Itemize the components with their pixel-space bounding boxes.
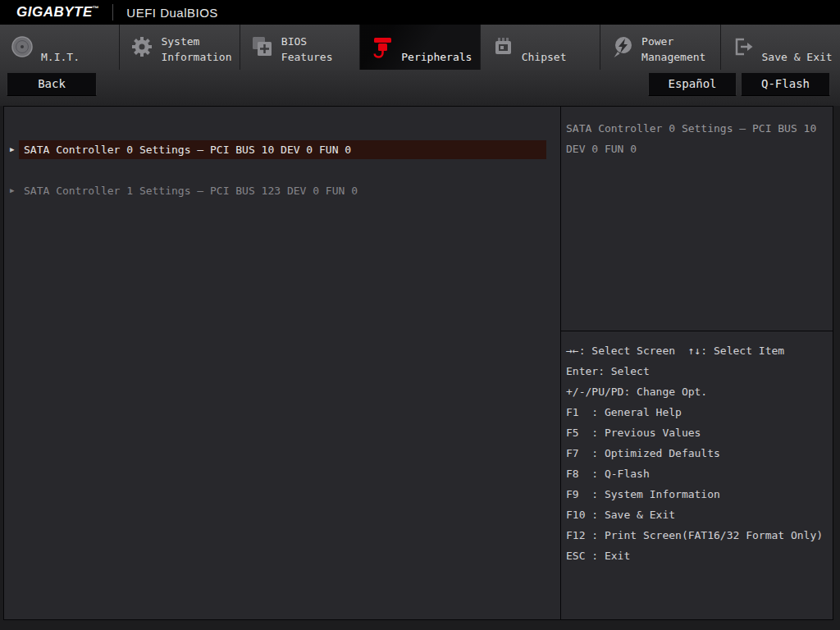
tab-mit[interactable]: M.I.T. <box>0 25 120 70</box>
gear-icon <box>130 34 154 59</box>
tab-label: Power Management <box>641 34 717 65</box>
list-item-sata-controller-0[interactable]: ▶ SATA Controller 0 Settings – PCI BUS 1… <box>4 140 560 159</box>
language-button[interactable]: Español <box>648 72 737 96</box>
shortcut-line: +/-/PU/PD: Change Opt. <box>561 381 833 402</box>
mit-dial-icon <box>10 34 34 59</box>
list-item-label: SATA Controller 0 Settings – PCI BUS 10 … <box>19 140 546 159</box>
product-title: UEFI DualBIOS <box>126 6 218 20</box>
bios-chips-icon <box>250 34 275 59</box>
tab-system-information[interactable]: System Information <box>120 25 240 70</box>
expand-arrow-icon: ▶ <box>10 181 14 200</box>
shortcut-line: Enter: Select <box>561 361 833 381</box>
tab-label: System Information <box>161 34 236 65</box>
toolbar: Back Español Q-Flash <box>0 70 840 106</box>
header-divider <box>112 4 113 21</box>
item-description: SATA Controller 0 Settings – PCI BUS 10 … <box>566 118 829 159</box>
tab-bios-features[interactable]: BIOS Features <box>240 25 360 70</box>
back-button[interactable]: Back <box>7 72 97 96</box>
shortcut-line: F5 : Previous Values <box>561 422 833 443</box>
power-bolt-icon <box>610 34 635 59</box>
qflash-button[interactable]: Q-Flash <box>741 72 830 96</box>
shortcut-line: →←: Select Screen ↑↓: Select Item <box>561 340 833 361</box>
tab-chipset[interactable]: Chipset <box>481 25 600 70</box>
list-item-label: SATA Controller 1 Settings – PCI BUS 123… <box>19 181 358 200</box>
settings-list: ▶ SATA Controller 0 Settings – PCI BUS 1… <box>4 107 560 619</box>
top-bar: GIGABYTE™ UEFI DualBIOS <box>0 0 840 25</box>
peripherals-icon <box>370 34 395 59</box>
shortcut-line: F12 : Print Screen(FAT16/32 Format Only) <box>561 525 833 546</box>
shortcuts-section: →←: Select Screen ↑↓: Select Item Enter:… <box>561 331 833 619</box>
list-item-sata-controller-1[interactable]: ▶ SATA Controller 1 Settings – PCI BUS 1… <box>4 181 560 200</box>
tab-label: Save & Exit <box>762 49 838 65</box>
tab-save-exit[interactable]: Save & Exit <box>721 25 840 70</box>
expand-arrow-icon: ▶ <box>10 140 14 159</box>
gigabyte-logo: GIGABYTE™ <box>16 4 99 21</box>
tab-label: Chipset <box>522 49 597 65</box>
bios-content-frame: ▶ SATA Controller 0 Settings – PCI BUS 1… <box>3 106 833 620</box>
tab-label: BIOS Features <box>281 34 357 65</box>
shortcut-line: F7 : Optimized Defaults <box>561 443 833 463</box>
tab-label: M.I.T. <box>41 49 116 65</box>
shortcut-line: ESC : Exit <box>561 546 833 566</box>
item-description-section: SATA Controller 0 Settings – PCI BUS 10 … <box>561 107 833 331</box>
help-panel: SATA Controller 0 Settings – PCI BUS 10 … <box>560 107 833 619</box>
tab-label: Peripherals <box>401 49 477 65</box>
save-exit-door-icon <box>731 34 756 59</box>
tab-peripherals[interactable]: Peripherals <box>360 25 480 70</box>
tab-power-management[interactable]: Power Management <box>600 25 720 70</box>
shortcut-line: F1 : General Help <box>561 402 833 422</box>
chipset-icon <box>491 34 515 59</box>
shortcut-line: F9 : System Information <box>561 484 833 504</box>
main-menu-tabbar: M.I.T. System Information BIOS Features <box>0 25 840 70</box>
trademark-symbol: ™ <box>93 5 100 12</box>
shortcut-line: F8 : Q-Flash <box>561 463 833 484</box>
shortcut-line: F10 : Save & Exit <box>561 504 833 525</box>
